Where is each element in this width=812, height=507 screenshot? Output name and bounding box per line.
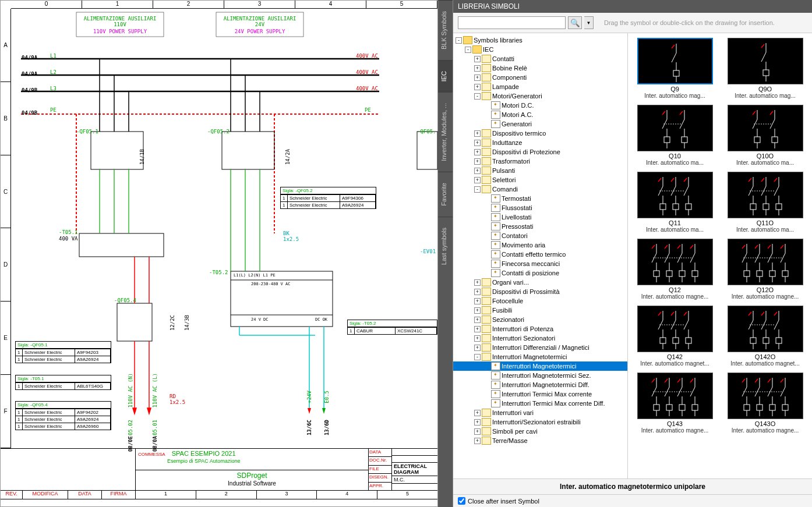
symbol-thumbnail[interactable]: Q12Inter. automatico magne... — [633, 239, 717, 300]
tree-item[interactable]: +Terre/Masse — [453, 436, 627, 445]
tree-toggle-icon[interactable]: + — [474, 177, 481, 183]
tree-toggle-icon[interactable]: + — [474, 158, 481, 165]
tree-item[interactable]: +Bobine Relè — [453, 63, 627, 73]
tree-item-label: Dispositivi di Prossimità — [492, 288, 560, 295]
tree-toggle-icon[interactable]: + — [474, 326, 481, 332]
tree-toggle-icon[interactable]: + — [474, 428, 481, 435]
search-dropdown[interactable]: ▼ — [584, 16, 594, 29]
tree-toggle-icon[interactable]: + — [474, 140, 481, 146]
tree-item[interactable]: Generatori — [453, 119, 627, 129]
tree-item[interactable]: +Selettori — [453, 175, 627, 185]
tree-item[interactable]: +Organi vari... — [453, 278, 627, 287]
tree-item[interactable]: -Motori/Generatori — [453, 91, 627, 101]
tree-toggle-icon[interactable]: + — [474, 289, 481, 295]
tree-item[interactable]: Interruttori Termici Max corrente — [453, 389, 627, 399]
tree-item[interactable]: Interruttori Magnetotermici Sez. — [453, 371, 627, 380]
thumbnail-desc: Inter. automatico magnet... — [636, 360, 714, 367]
tree-item[interactable]: -Interruttori Magnetotermici — [453, 352, 627, 361]
tree-item[interactable]: Flussostati — [453, 203, 627, 212]
tree-item[interactable]: +Componenti — [453, 73, 627, 82]
tab-iec[interactable]: IEC — [438, 60, 453, 92]
tree-item[interactable]: Motori A.C. — [453, 110, 627, 119]
tree-item[interactable]: +Induttanze — [453, 138, 627, 147]
tree-toggle-icon[interactable]: + — [474, 335, 481, 342]
tab-favorite[interactable]: Favorite — [438, 172, 453, 217]
search-button[interactable]: 🔍 — [568, 16, 582, 29]
tree-item[interactable]: +Pulsanti — [453, 166, 627, 175]
close-after-checkbox[interactable] — [458, 497, 465, 505]
tree-iec[interactable]: - IEC — [453, 45, 627, 54]
tab-inverter-modules[interactable]: Inverter, Modules, ... — [438, 92, 453, 172]
tree-item[interactable]: Contatti di posizione — [453, 268, 627, 278]
tree-toggle-icon[interactable]: + — [474, 345, 481, 351]
tree-toggle-icon[interactable]: + — [474, 298, 481, 304]
tree-item[interactable]: Contatori — [453, 231, 627, 240]
search-input[interactable] — [458, 16, 566, 29]
tree-item[interactable]: +Interruttori vari — [453, 408, 627, 417]
symbol-thumbnail[interactable]: Q9OInter. automatico mag... — [723, 38, 807, 99]
tree-item[interactable]: +Contatti — [453, 54, 627, 63]
drawing-canvas[interactable]: 0 1 2 3 4 5 A B C D E F ALIMENTAZIONE AU… — [0, 0, 438, 507]
tab-blk-symbols[interactable]: BLK Symbols — [438, 0, 453, 60]
tree-item[interactable]: +Interruttori/Sezionatori estraibili — [453, 417, 627, 427]
symbol-thumbnail[interactable]: Q142OInter. automatico magnet... — [723, 306, 807, 367]
tree-item[interactable]: +Interruttori Sezionatori — [453, 334, 627, 343]
tree-item[interactable]: +Sezionatori — [453, 315, 627, 324]
tree-item[interactable]: Motori D.C. — [453, 101, 627, 110]
svg-line-108 — [761, 178, 764, 182]
tree-item[interactable]: +Dispositivo termico — [453, 129, 627, 138]
tree-toggle-icon[interactable]: + — [474, 65, 481, 72]
symbol-thumbnail[interactable]: Q142Inter. automatico magnet... — [633, 306, 717, 367]
tree-toggle-icon[interactable]: - — [474, 93, 481, 100]
symbol-thumbnail[interactable]: Q11Inter. automatico ma... — [633, 172, 717, 233]
tree-item[interactable]: +Fotocellule — [453, 296, 627, 306]
symbol-thumbnail[interactable]: Q11OInter. automatico ma... — [723, 172, 807, 233]
tab-last-symbols[interactable]: Last symbols — [438, 217, 453, 275]
tree-item[interactable]: +Simboli per cavi — [453, 427, 627, 436]
svg-line-198 — [774, 320, 779, 329]
tree-item[interactable]: Pressostati — [453, 222, 627, 231]
tree-item[interactable]: -Comandi — [453, 185, 627, 194]
symbol-thumbnail[interactable]: Q12OInter. automatico magne... — [723, 239, 807, 300]
svg-line-51 — [761, 44, 764, 48]
thumbnail-grid[interactable]: Q9Inter. automatico mag...Q9OInter. auto… — [628, 33, 812, 478]
tree-toggle-icon[interactable]: + — [474, 168, 481, 174]
tree-toggle-icon[interactable]: + — [474, 438, 481, 444]
symbol-thumbnail[interactable]: Q143Inter. automatico magne... — [633, 373, 717, 434]
symbol-thumbnail[interactable]: Q143OInter. automatico magne... — [723, 373, 807, 434]
tree-toggle-icon[interactable]: + — [474, 419, 481, 426]
tree-item[interactable]: +Fusibili — [453, 306, 627, 315]
tree-item[interactable]: Movimento aria — [453, 240, 627, 250]
tree-item[interactable]: Contatti effetto termico — [453, 250, 627, 259]
tree-item[interactable]: +Dispositivi di Protezione — [453, 147, 627, 157]
tree-toggle-icon[interactable]: + — [474, 279, 481, 286]
tree-item[interactable]: +Lampade — [453, 82, 627, 91]
tree-item[interactable]: Interruttori Magnetotermici Diff. — [453, 380, 627, 389]
tree-item[interactable]: +Interruttori Differenziali / Magnetici — [453, 343, 627, 352]
tree-toggle-icon[interactable]: + — [474, 56, 481, 62]
tree-item[interactable]: Interruttori Termici Max corrente Diff. — [453, 399, 627, 408]
tree-toggle-icon[interactable]: - — [474, 186, 481, 193]
tree-toggle-icon[interactable]: + — [474, 317, 481, 323]
tree-item[interactable]: Livellostati — [453, 212, 627, 222]
tree-item[interactable]: +Dispositivi di Prossimità — [453, 287, 627, 296]
tree-item[interactable]: +Interruttori di Potenza — [453, 324, 627, 334]
tree-toggle-icon[interactable]: - — [474, 354, 481, 360]
symbol-thumbnail[interactable]: Q9Inter. automatico mag... — [633, 38, 717, 99]
tree-toggle-icon[interactable]: + — [474, 307, 481, 314]
symbol-thumbnail[interactable]: Q10Inter. automatico ma... — [633, 105, 717, 166]
tree-toggle-icon[interactable]: - — [465, 47, 471, 53]
tree-item[interactable]: Finecorsa meccanici — [453, 259, 627, 268]
tree-toggle-icon[interactable]: + — [474, 75, 481, 81]
symbol-thumbnail[interactable]: Q10OInter. automatico ma... — [723, 105, 807, 166]
tree-toggle-icon[interactable]: + — [474, 410, 481, 416]
tree-item[interactable]: +Trasformatori — [453, 157, 627, 166]
tree-item[interactable]: Termostati — [453, 194, 627, 203]
tree-toggle-icon[interactable]: - — [456, 37, 462, 44]
tree-item[interactable]: Interruttori Magnetotermici — [453, 361, 627, 371]
tree-toggle-icon[interactable]: + — [474, 130, 481, 137]
tree-toggle-icon[interactable]: + — [474, 84, 481, 90]
symbol-tree[interactable]: - Symbols libraries - IEC +Contatti+Bobi… — [453, 33, 628, 478]
tree-root[interactable]: - Symbols libraries — [453, 36, 627, 45]
tree-toggle-icon[interactable]: + — [474, 149, 481, 155]
